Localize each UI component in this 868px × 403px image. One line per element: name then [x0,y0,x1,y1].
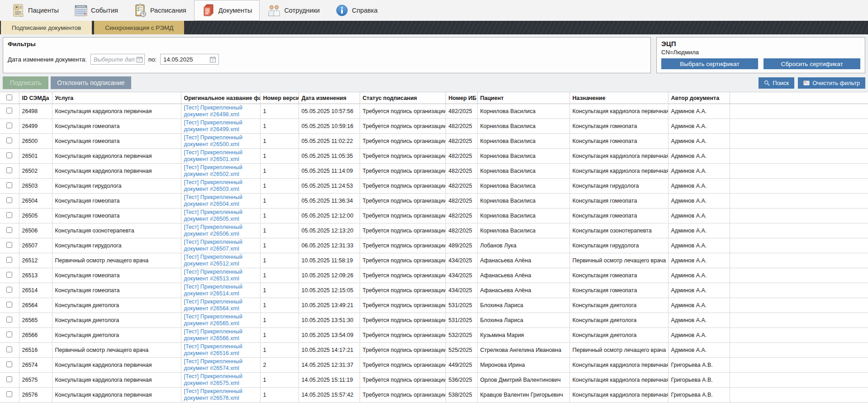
file-link[interactable]: [Тест] Прикрепленный документ #26505.xml [184,209,242,222]
toolbar-button-label: Пациенты [28,7,59,14]
status-cell: Требуется подпись организации [360,328,446,343]
select-certificate-button[interactable]: Выбрать сертификат [661,58,758,69]
file-link[interactable]: [Тест] Прикрепленный документ #26502.xml [184,164,242,177]
column-header[interactable]: Дата изменения [299,92,360,104]
date-to-box: 7 [160,54,219,65]
patient-cell: Корнилова Василиса [477,209,569,223]
purpose-cell: Консультация гирудолога [569,179,668,194]
version-cell: 1 [260,253,299,268]
column-header[interactable]: Назначение [569,92,668,104]
row-checkbox[interactable] [6,137,12,143]
toolbar-button-label: Документы [218,7,252,14]
column-header[interactable]: Услуга [52,92,181,104]
search-button[interactable]: Поиск [759,77,794,89]
author-cell: Админов А.А. [668,238,730,253]
column-header[interactable]: Номер ИБ [446,92,477,104]
table-row: 26513Консультация гомеопата[Тест] Прикре… [0,268,868,283]
toolbar-button-help[interactable]: Справка [327,0,385,21]
date-from-input[interactable] [94,56,135,63]
row-checkbox[interactable] [6,332,12,337]
row-checkbox[interactable] [6,123,12,128]
column-header[interactable]: Оригинальное название файла [181,92,260,104]
semd-id-cell: 26498 [19,104,52,119]
file-link[interactable]: [Тест] Прикрепленный документ #26506.xml [184,224,242,237]
filler-cell [730,313,868,328]
row-checkbox[interactable] [6,272,12,278]
file-link[interactable]: [Тест] Прикрепленный документ #26499.xml [184,119,242,133]
row-checkbox[interactable] [6,197,12,203]
column-header[interactable]: Номер версии [260,92,299,104]
file-link[interactable]: [Тест] Прикрепленный документ #26498.xml [184,104,242,118]
version-cell: 1 [260,104,299,119]
purpose-cell: Консультация гомеопата [569,209,668,223]
toolbar-button-schedules[interactable]: Расписания [126,0,194,21]
file-link[interactable]: [Тест] Прикрепленный документ #26565.xml [184,313,242,327]
file-link[interactable]: [Тест] Прикрепленный документ #26514.xml [184,284,242,297]
toolbar-button-patients[interactable]: Пациенты [4,0,66,21]
schedules-icon [133,3,147,18]
row-checkbox[interactable] [6,376,12,382]
toolbar-button-events[interactable]: События [66,0,126,21]
service-cell: Первичный осмотр лечащего врача [52,343,181,358]
version-cell: 1 [260,328,299,343]
file-link[interactable]: [Тест] Прикрепленный документ #26507.xml [184,239,242,252]
table-row: 26576Консультация кардиолога первичная[Т… [0,388,868,403]
status-cell: Требуется подпись организации [360,343,446,358]
file-link[interactable]: [Тест] Прикрепленный документ #26504.xml [184,194,242,207]
row-checkbox[interactable] [6,317,12,322]
filler-cell [730,298,868,313]
filler-cell [730,194,868,209]
tab-inactive[interactable]: Синхронизация с РЭМД [94,21,184,34]
column-header[interactable]: ID СЭМДа [19,92,52,104]
purpose-cell: Консультация кардиолога первичная [569,388,668,403]
row-checkbox[interactable] [6,212,12,218]
table-row: 26506Консультация озонотерапевта[Тест] П… [0,223,868,238]
file-link[interactable]: [Тест] Прикрепленный документ #26501.xml [184,149,242,162]
file-link[interactable]: [Тест] Прикрепленный документ #26500.xml [184,134,242,147]
column-header[interactable]: Статус подписания [360,92,446,104]
calendar-icon[interactable]: 7 [137,57,142,62]
file-link[interactable]: [Тест] Прикрепленный документ #26576.xml [184,388,242,401]
ib-cell: 525/2025 [446,343,477,358]
semd-id-cell: 26576 [19,388,52,403]
date-cell: 10.05.2025 11:58:19 [299,253,360,268]
reject-signing-button[interactable]: Отклонить подписание [51,76,131,89]
row-checkbox[interactable] [6,287,12,293]
table-row: 26503Консультация гирудолога[Тест] Прикр… [0,179,868,194]
version-cell: 1 [260,238,299,253]
file-link[interactable]: [Тест] Прикрепленный документ #26566.xml [184,328,242,341]
row-checkbox[interactable] [6,391,12,397]
row-checkbox[interactable] [6,152,12,158]
row-checkbox[interactable] [6,182,12,188]
select-all-checkbox[interactable] [6,95,12,100]
table-row: 26566Консультация диетолога[Тест] Прикре… [0,328,868,343]
file-link[interactable]: [Тест] Прикрепленный документ #26574.xml [184,358,242,371]
status-cell: Требуется подпись организации [360,253,446,268]
sign-button[interactable]: Подписать [3,76,48,89]
file-link[interactable]: [Тест] Прикрепленный документ #26516.xml [184,343,242,356]
row-checkbox[interactable] [6,242,12,248]
row-checkbox[interactable] [6,227,12,233]
toolbar-button-employees[interactable]: Сотрудники [260,0,327,21]
clear-filter-button[interactable]: Очистить фильтр [798,77,865,89]
service-cell: Консультация гомеопата [52,134,181,149]
row-checkbox[interactable] [6,257,12,263]
service-cell: Консультация гомеопата [52,268,181,283]
row-checkbox[interactable] [6,361,12,367]
reset-certificate-button[interactable]: Сбросить сертификат [764,58,860,69]
column-header[interactable]: Пациент [477,92,569,104]
file-link[interactable]: [Тест] Прикрепленный документ #26512.xml [184,254,242,267]
calendar-icon[interactable]: 7 [210,57,216,62]
column-header[interactable]: Автор документа [668,92,730,104]
row-checkbox[interactable] [6,302,12,308]
file-link[interactable]: [Тест] Прикрепленный документ #26564.xml [184,299,242,312]
file-link[interactable]: [Тест] Прикрепленный документ #26575.xml [184,373,242,386]
toolbar-button-documents[interactable]: Документы [194,0,260,21]
file-link[interactable]: [Тест] Прикрепленный документ #26503.xml [184,179,242,192]
row-checkbox[interactable] [6,108,12,114]
row-checkbox[interactable] [6,167,12,173]
tab-active[interactable]: Подписание документов [1,21,92,34]
date-to-input[interactable] [163,56,209,63]
file-link[interactable]: [Тест] Прикрепленный документ #26513.xml [184,269,242,282]
row-checkbox[interactable] [6,346,12,352]
